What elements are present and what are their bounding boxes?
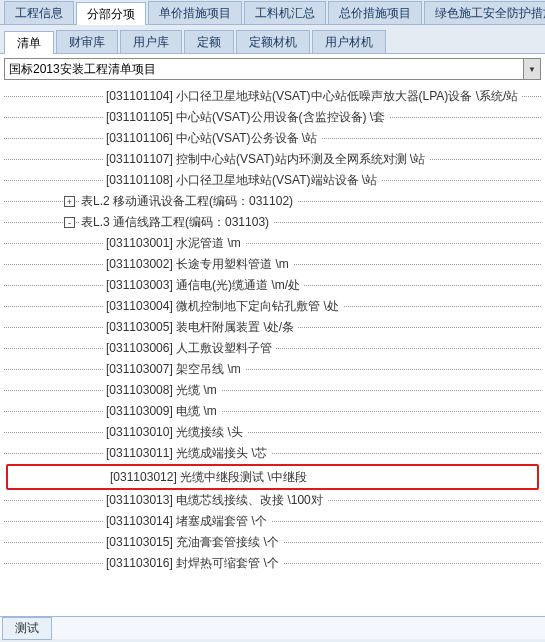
- tree-item-label: [031101108] 小口径卫星地球站(VSAT)端站设备 \站: [104, 170, 381, 191]
- tree-row[interactable]: [031101107] 控制中心站(VSAT)站内环测及全网系统对测 \站: [4, 149, 541, 170]
- tree-item-label: [031103013] 电缆芯线接续、改接 \100对: [104, 490, 327, 511]
- tree-item-label: [031101106] 中心站(VSAT)公务设备 \站: [104, 128, 321, 149]
- sub-tab-3[interactable]: 定额: [184, 30, 234, 53]
- tree-row[interactable]: [031103009] 电缆 \m: [4, 401, 541, 422]
- chevron-down-icon[interactable]: ▼: [523, 59, 540, 79]
- tree-item-label: [031103010] 光缆接续 \头: [104, 422, 247, 443]
- sub-tabs: 清单财审库用户库定额定额材机用户材机: [0, 25, 545, 54]
- tree-row[interactable]: [031101104] 小口径卫星地球站(VSAT)中心站低噪声放大器(LPA)…: [4, 86, 541, 107]
- bottom-label: 测试: [2, 617, 52, 640]
- tree-row[interactable]: [031103010] 光缆接续 \头: [4, 422, 541, 443]
- tree-item-label: [031103001] 水泥管道 \m: [104, 233, 245, 254]
- main-tab-3[interactable]: 工料机汇总: [244, 1, 326, 24]
- tree-item-label: 表L.2 移动通讯设备工程(编码：031102): [79, 191, 297, 212]
- main-tab-2[interactable]: 单价措施项目: [148, 1, 242, 24]
- tree-item-label: [031103008] 光缆 \m: [104, 380, 221, 401]
- tree-item-label: [031103002] 长途专用塑料管道 \m: [104, 254, 293, 275]
- main-tab-4[interactable]: 总价措施项目: [328, 1, 422, 24]
- tree-item-label: [031103006] 人工敷设塑料子管: [104, 338, 276, 359]
- tree-item-label: [031103003] 通信电(光)缆通道 \m/处: [104, 275, 304, 296]
- tree-row[interactable]: [031103015] 充油膏套管接续 \个: [4, 532, 541, 553]
- tree-item-label: [031103015] 充油膏套管接续 \个: [104, 532, 283, 553]
- tree-row[interactable]: [031103007] 架空吊线 \m: [4, 359, 541, 380]
- tree-item-label: [031103014] 堵塞成端套管 \个: [104, 511, 271, 532]
- tree-row[interactable]: [031103006] 人工敷设塑料子管: [4, 338, 541, 359]
- collapse-icon[interactable]: -: [64, 217, 75, 228]
- tree-row[interactable]: [031103008] 光缆 \m: [4, 380, 541, 401]
- tree-item-label: [031101104] 小口径卫星地球站(VSAT)中心站低噪声放大器(LPA)…: [104, 86, 522, 107]
- tree-item-label: [031101107] 控制中心站(VSAT)站内环测及全网系统对测 \站: [104, 149, 429, 170]
- tree-row[interactable]: [031103011] 光缆成端接头 \芯: [4, 443, 541, 464]
- dropdown-value: 国标2013安装工程清单项目: [5, 59, 523, 79]
- tree-row[interactable]: [031101106] 中心站(VSAT)公务设备 \站: [4, 128, 541, 149]
- main-tab-5[interactable]: 绿色施工安全防护措施: [424, 1, 545, 24]
- sub-tab-1[interactable]: 财审库: [56, 30, 118, 53]
- tree-item-label: [031101105] 中心站(VSAT)公用设备(含监控设备) \套: [104, 107, 389, 128]
- tree-row[interactable]: [031103012] 光缆中继段测试 \中继段: [6, 464, 539, 490]
- tree-row[interactable]: [031101105] 中心站(VSAT)公用设备(含监控设备) \套: [4, 107, 541, 128]
- bottom-panel: 测试: [0, 616, 545, 639]
- tree-row[interactable]: [031103014] 堵塞成端套管 \个: [4, 511, 541, 532]
- tree-item-label: [031103011] 光缆成端接头 \芯: [104, 443, 271, 464]
- content-area: 国标2013安装工程清单项目 ▼ [031101104] 小口径卫星地球站(VS…: [0, 54, 545, 616]
- project-dropdown[interactable]: 国标2013安装工程清单项目 ▼: [4, 58, 541, 80]
- main-tab-0[interactable]: 工程信息: [4, 1, 74, 24]
- tree-item-label: [031103009] 电缆 \m: [104, 401, 221, 422]
- main-tabs: 工程信息分部分项单价措施项目工料机汇总总价措施项目绿色施工安全防护措施: [0, 0, 545, 25]
- tree-row[interactable]: [031103002] 长途专用塑料管道 \m: [4, 254, 541, 275]
- tree-item-label: [031103016] 封焊热可缩套管 \个: [104, 553, 283, 574]
- tree-row[interactable]: [031103001] 水泥管道 \m: [4, 233, 541, 254]
- tree-row[interactable]: -表L.3 通信线路工程(编码：031103): [4, 212, 541, 233]
- tree-row[interactable]: +表L.2 移动通讯设备工程(编码：031102): [4, 191, 541, 212]
- sub-tab-0[interactable]: 清单: [4, 31, 54, 54]
- tree: [031101104] 小口径卫星地球站(VSAT)中心站低噪声放大器(LPA)…: [4, 84, 541, 576]
- tree-item-label: [031103004] 微机控制地下定向钻孔敷管 \处: [104, 296, 343, 317]
- tree-row[interactable]: [031103004] 微机控制地下定向钻孔敷管 \处: [4, 296, 541, 317]
- tree-item-label: 表L.3 通信线路工程(编码：031103): [79, 212, 273, 233]
- tree-row[interactable]: [031103013] 电缆芯线接续、改接 \100对: [4, 490, 541, 511]
- tree-row[interactable]: [031103016] 封焊热可缩套管 \个: [4, 553, 541, 574]
- sub-tab-4[interactable]: 定额材机: [236, 30, 310, 53]
- tree-row[interactable]: [031101108] 小口径卫星地球站(VSAT)端站设备 \站: [4, 170, 541, 191]
- sub-tab-5[interactable]: 用户材机: [312, 30, 386, 53]
- tree-item-label: [031103012] 光缆中继段测试 \中继段: [108, 467, 311, 488]
- tree-row[interactable]: [031103005] 装电杆附属装置 \处/条: [4, 317, 541, 338]
- main-tab-1[interactable]: 分部分项: [76, 2, 146, 25]
- tree-row[interactable]: [031103003] 通信电(光)缆通道 \m/处: [4, 275, 541, 296]
- tree-item-label: [031103005] 装电杆附属装置 \处/条: [104, 317, 298, 338]
- tree-item-label: [031103007] 架空吊线 \m: [104, 359, 245, 380]
- expand-icon[interactable]: +: [64, 196, 75, 207]
- sub-tab-2[interactable]: 用户库: [120, 30, 182, 53]
